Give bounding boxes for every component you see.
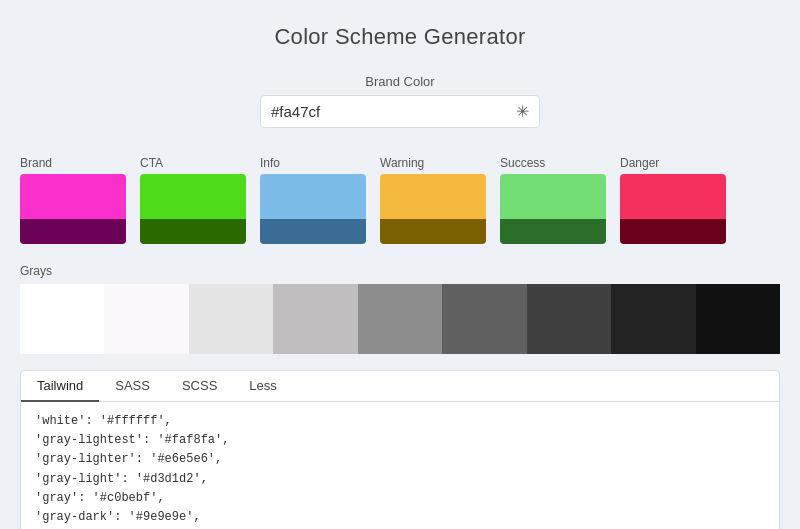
color-swatches-row: BrandCTAInfoWarningSuccessDanger: [20, 156, 780, 244]
swatch-box[interactable]: [380, 174, 486, 244]
swatch-label: Warning: [380, 156, 486, 170]
tab-tailwind[interactable]: Tailwind: [21, 371, 99, 402]
gray-box[interactable]: [20, 284, 104, 354]
swatch-group: CTA: [140, 156, 246, 244]
swatch-group: Success: [500, 156, 606, 244]
gray-box[interactable]: [358, 284, 442, 354]
swatch-box[interactable]: [620, 174, 726, 244]
swatch-top: [140, 174, 246, 219]
swatch-bottom: [500, 219, 606, 244]
swatch-box[interactable]: [500, 174, 606, 244]
gray-box[interactable]: [442, 284, 526, 354]
swatch-top: [20, 174, 126, 219]
gray-box[interactable]: [611, 284, 695, 354]
swatch-box[interactable]: [260, 174, 366, 244]
grays-label: Grays: [20, 264, 780, 278]
swatch-bottom: [380, 219, 486, 244]
swatch-group: Info: [260, 156, 366, 244]
swatch-top: [620, 174, 726, 219]
grays-row: [20, 284, 780, 354]
gray-box[interactable]: [527, 284, 611, 354]
brand-input-wrapper: ✳: [260, 95, 540, 128]
swatch-group: Warning: [380, 156, 486, 244]
swatch-top: [260, 174, 366, 219]
swatch-bottom: [140, 219, 246, 244]
refresh-icon[interactable]: ✳: [516, 102, 529, 121]
tab-less[interactable]: Less: [233, 371, 292, 402]
swatch-label: Success: [500, 156, 606, 170]
brand-color-input[interactable]: [271, 103, 508, 120]
page-container: Color Scheme Generator Brand Color ✳ Bra…: [0, 0, 800, 529]
gray-box[interactable]: [104, 284, 188, 354]
output-section: TailwindSASSSCSSLess 'white': '#ffffff',…: [20, 370, 780, 529]
gray-box[interactable]: [189, 284, 273, 354]
tabs-row: TailwindSASSSCSSLess: [21, 371, 779, 402]
tab-scss[interactable]: SCSS: [166, 371, 233, 402]
code-area: 'white': '#ffffff', 'gray-lightest': '#f…: [21, 402, 779, 529]
brand-input-section: Brand Color ✳: [20, 74, 780, 128]
gray-box[interactable]: [696, 284, 780, 354]
swatch-top: [380, 174, 486, 219]
swatch-group: Danger: [620, 156, 726, 244]
color-swatches-section: BrandCTAInfoWarningSuccessDanger: [20, 156, 780, 244]
brand-input-label: Brand Color: [365, 74, 434, 89]
swatch-bottom: [620, 219, 726, 244]
swatch-label: CTA: [140, 156, 246, 170]
swatch-box[interactable]: [140, 174, 246, 244]
swatch-label: Danger: [620, 156, 726, 170]
swatch-top: [500, 174, 606, 219]
swatch-bottom: [20, 219, 126, 244]
grays-section: Grays: [20, 264, 780, 354]
swatch-label: Brand: [20, 156, 126, 170]
page-title: Color Scheme Generator: [20, 24, 780, 50]
gray-box[interactable]: [273, 284, 357, 354]
tab-sass[interactable]: SASS: [99, 371, 166, 402]
swatch-bottom: [260, 219, 366, 244]
swatch-label: Info: [260, 156, 366, 170]
swatch-group: Brand: [20, 156, 126, 244]
swatch-box[interactable]: [20, 174, 126, 244]
